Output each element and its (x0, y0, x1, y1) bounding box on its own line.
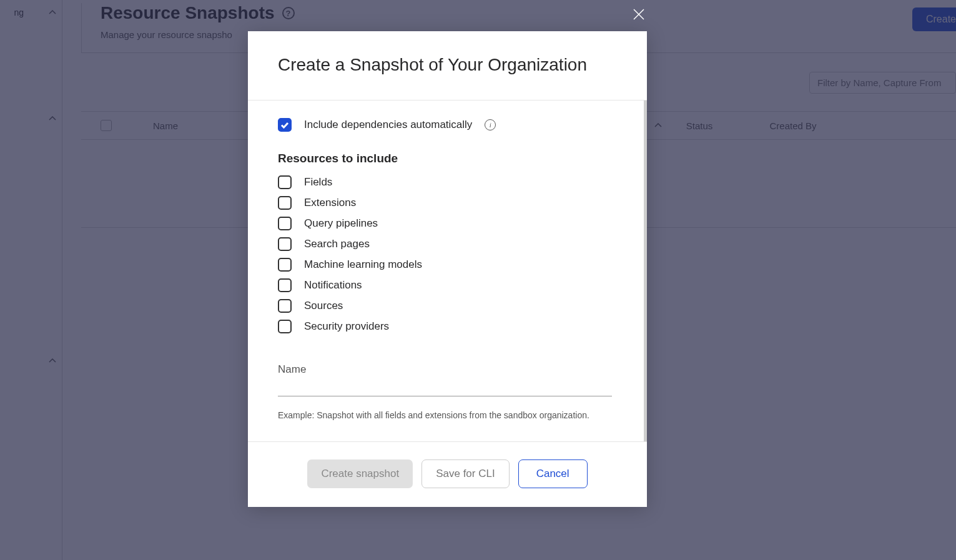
resource-row-ml-models: Machine learning models (278, 258, 614, 272)
ml-models-checkbox[interactable] (278, 258, 292, 272)
resource-row-sources: Sources (278, 299, 614, 313)
fields-checkbox[interactable] (278, 175, 292, 189)
info-icon[interactable]: i (485, 119, 496, 130)
name-label: Name (278, 363, 614, 376)
name-field: Name Example: Snapshot with all fields a… (278, 363, 614, 420)
create-snapshot-button[interactable]: Create snapshot (307, 459, 413, 488)
modal-title: Create a Snapshot of Your Organization (278, 55, 617, 75)
create-snapshot-modal: Create a Snapshot of Your Organization I… (248, 31, 647, 507)
fields-label: Fields (304, 176, 332, 189)
modal-footer: Create snapshot Save for CLI Cancel (248, 441, 647, 507)
search-pages-checkbox[interactable] (278, 237, 292, 251)
resource-row-fields: Fields (278, 175, 614, 189)
sources-label: Sources (304, 300, 343, 312)
resources-heading: Resources to include (278, 152, 614, 165)
query-pipelines-label: Query pipelines (304, 217, 378, 230)
resource-row-notifications: Notifications (278, 278, 614, 292)
close-button[interactable] (632, 7, 646, 21)
resource-row-query-pipelines: Query pipelines (278, 217, 614, 230)
query-pipelines-checkbox[interactable] (278, 217, 292, 230)
name-input[interactable] (278, 378, 612, 396)
security-providers-checkbox[interactable] (278, 320, 292, 333)
search-pages-label: Search pages (304, 238, 370, 250)
save-for-cli-button[interactable]: Save for CLI (421, 459, 510, 488)
resource-row-security-providers: Security providers (278, 320, 614, 333)
extensions-label: Extensions (304, 197, 356, 209)
modal-header: Create a Snapshot of Your Organization (248, 31, 647, 101)
extensions-checkbox[interactable] (278, 196, 292, 210)
include-dependencies-label: Include dependencies automatically (304, 119, 472, 131)
close-icon (632, 7, 646, 21)
security-providers-label: Security providers (304, 320, 389, 333)
check-icon (280, 122, 289, 129)
include-dependencies-checkbox[interactable] (278, 118, 292, 132)
resource-row-extensions: Extensions (278, 196, 614, 210)
modal-body: Include dependencies automatically i Res… (248, 101, 647, 441)
notifications-label: Notifications (304, 279, 362, 292)
include-dependencies-row: Include dependencies automatically i (278, 118, 614, 132)
name-example: Example: Snapshot with all fields and ex… (278, 410, 614, 420)
ml-models-label: Machine learning models (304, 258, 422, 271)
resource-row-search-pages: Search pages (278, 237, 614, 251)
sources-checkbox[interactable] (278, 299, 292, 313)
notifications-checkbox[interactable] (278, 278, 292, 292)
cancel-button[interactable]: Cancel (518, 459, 588, 488)
